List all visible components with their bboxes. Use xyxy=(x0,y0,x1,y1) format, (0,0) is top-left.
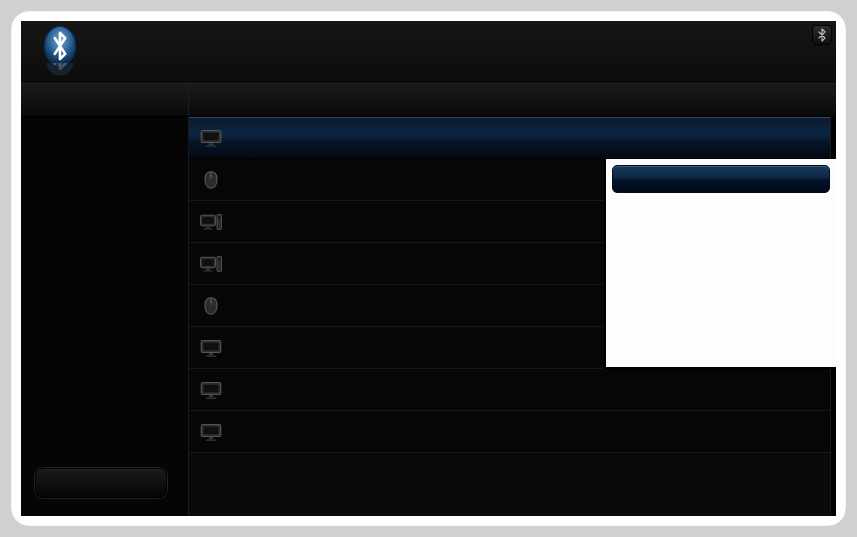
monitor-icon xyxy=(197,335,225,361)
sidebar-action-button[interactable] xyxy=(35,468,167,498)
device-row[interactable] xyxy=(189,117,836,159)
svg-rect-15 xyxy=(202,259,213,266)
sidebar xyxy=(21,117,189,516)
svg-rect-24 xyxy=(209,353,214,355)
svg-rect-11 xyxy=(203,228,214,229)
svg-rect-19 xyxy=(218,258,220,261)
svg-rect-5 xyxy=(206,146,217,148)
desktop-icon xyxy=(197,209,225,235)
device-row[interactable] xyxy=(189,369,836,411)
svg-rect-10 xyxy=(206,226,211,228)
detail-panel-header[interactable] xyxy=(612,165,830,193)
svg-rect-9 xyxy=(202,217,213,224)
mouse-icon xyxy=(197,167,225,193)
content-area xyxy=(21,117,836,516)
header xyxy=(21,21,836,83)
svg-rect-33 xyxy=(206,439,217,441)
svg-rect-16 xyxy=(206,268,211,270)
bluetooth-status-icon[interactable] xyxy=(812,25,832,45)
svg-rect-27 xyxy=(204,384,219,392)
svg-rect-21 xyxy=(210,300,212,304)
monitor-icon xyxy=(197,125,225,151)
svg-rect-31 xyxy=(204,426,219,434)
monitor-icon xyxy=(197,377,225,403)
svg-rect-25 xyxy=(206,355,217,357)
svg-rect-28 xyxy=(209,395,214,397)
detail-panel xyxy=(604,159,836,369)
svg-rect-4 xyxy=(209,143,214,145)
app-root xyxy=(21,21,836,516)
svg-rect-23 xyxy=(204,342,219,350)
svg-rect-32 xyxy=(209,437,214,439)
mouse-icon xyxy=(197,293,225,319)
window-frame xyxy=(11,11,846,526)
desktop-icon xyxy=(197,251,225,277)
toolbar xyxy=(21,83,836,117)
toolbar-left-spacer xyxy=(21,84,189,116)
monitor-icon xyxy=(197,419,225,445)
toolbar-main xyxy=(189,84,836,116)
device-list xyxy=(189,117,836,516)
bluetooth-logo-icon xyxy=(39,25,81,75)
svg-rect-13 xyxy=(218,216,220,219)
svg-rect-7 xyxy=(210,174,212,178)
svg-rect-3 xyxy=(204,133,219,141)
svg-rect-17 xyxy=(203,270,214,271)
svg-rect-29 xyxy=(206,397,217,399)
device-row[interactable] xyxy=(189,411,836,453)
